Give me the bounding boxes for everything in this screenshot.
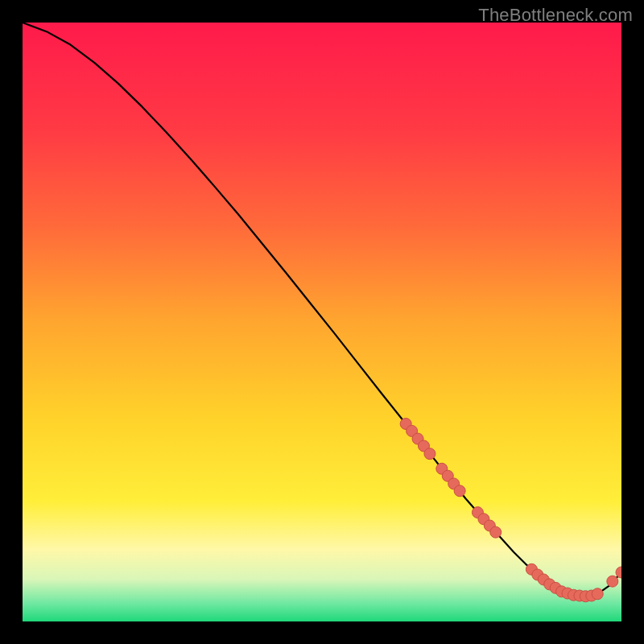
chart-svg [23,23,621,621]
data-marker [454,485,465,497]
data-marker [424,448,436,460]
plot-area [23,23,621,621]
data-marker [490,526,502,538]
chart-stage: TheBottleneck.com [0,0,644,644]
data-marker [592,588,603,600]
data-marker [607,576,618,587]
gradient-background [23,23,621,621]
